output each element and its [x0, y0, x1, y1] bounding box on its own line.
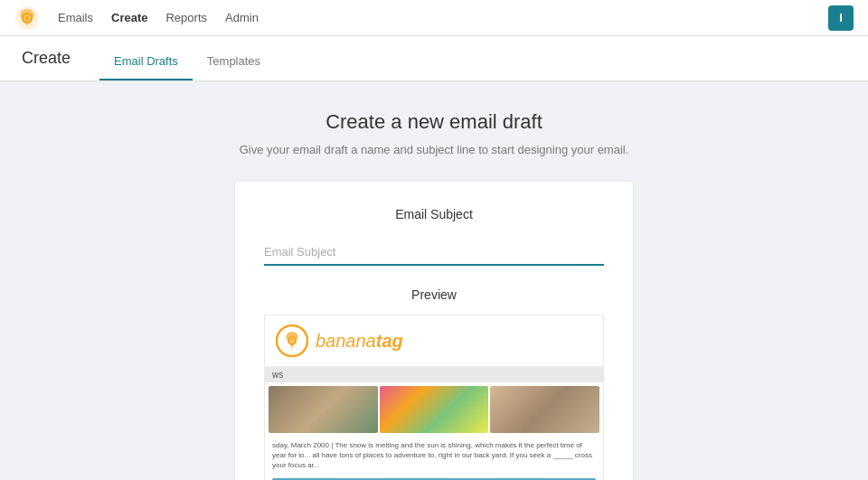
email-subject-label: Email Subject — [264, 207, 604, 221]
preview-image-dog — [490, 386, 599, 433]
user-avatar[interactable]: I — [828, 5, 854, 31]
email-subject-input[interactable] — [264, 240, 604, 266]
nav-admin[interactable]: Admin — [225, 7, 259, 28]
preview-images-row — [265, 382, 603, 437]
preview-logo-icon — [276, 325, 308, 357]
preview-news-bar: ws — [265, 367, 603, 382]
app-logo — [14, 5, 40, 31]
email-preview: bananatag ws sday, March 2000 | The snow… — [264, 315, 604, 480]
page-title: Create — [22, 49, 71, 68]
nav-links: Emails Create Reports Admin — [58, 7, 259, 28]
nav-create[interactable]: Create — [111, 7, 147, 28]
tab-email-drafts[interactable]: Email Drafts — [99, 36, 193, 80]
svg-point-2 — [25, 16, 29, 20]
top-nav: Emails Create Reports Admin I — [0, 0, 868, 36]
create-form-card: Email Subject Preview bananatag ws — [235, 182, 633, 480]
preview-image-cat — [269, 386, 378, 433]
preview-image-flower — [380, 386, 489, 433]
preview-banner: bananatag — [265, 315, 603, 367]
main-content: Create a new email draft Give your email… — [0, 81, 868, 480]
email-subject-wrapper — [264, 240, 604, 266]
page-heading: Create a new email draft — [326, 110, 542, 134]
page-subheading: Give your email draft a name and subject… — [240, 143, 629, 156]
sub-nav: Create Email Drafts Templates — [0, 36, 868, 81]
preview-label: Preview — [264, 287, 604, 302]
preview-body-text: sday, March 2000 | The snow is melting a… — [265, 437, 603, 475]
nav-emails[interactable]: Emails — [58, 7, 93, 28]
nav-reports[interactable]: Reports — [165, 7, 207, 28]
sub-tabs: Email Drafts Templates — [99, 36, 275, 80]
tab-templates[interactable]: Templates — [193, 36, 275, 80]
preview-brand-name: bananatag — [316, 331, 403, 352]
